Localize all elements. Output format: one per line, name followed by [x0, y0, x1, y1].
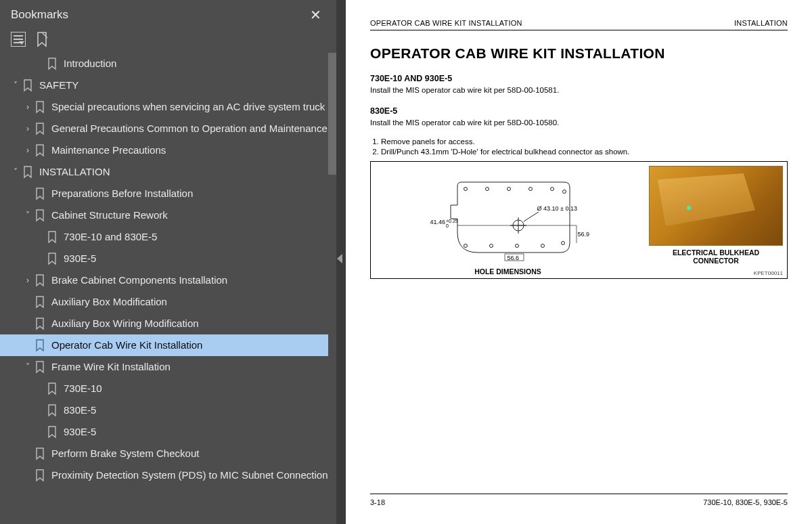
- bookmarks-title: Bookmarks: [11, 8, 68, 22]
- bookmark-icon: [34, 360, 46, 374]
- bookmark-label: Maintenance Precautions: [51, 144, 170, 157]
- bookmark-icon: [34, 339, 46, 352]
- bookmark-icon: [46, 230, 58, 244]
- bookmark-icon: [46, 57, 58, 70]
- section-text: Install the MIS operator cab wire kit pe…: [370, 86, 788, 94]
- bookmark-item[interactable]: ·930E-5: [0, 421, 336, 443]
- scrollbar[interactable]: [328, 53, 336, 524]
- header-left: OPERATOR CAB WIRE KIT INSTALLATION: [370, 19, 522, 27]
- bookmark-item[interactable]: ›Special precautions when servicing an A…: [0, 96, 336, 118]
- bookmark-item[interactable]: ·730E-10: [0, 378, 336, 399]
- bookmark-label: 730E-10: [64, 383, 106, 395]
- step-item: Drill/Punch 43.1mm 'D-Hole' for electric…: [381, 148, 788, 156]
- svg-point-4: [528, 187, 532, 190]
- bookmark-icon: [34, 468, 46, 482]
- bookmark-item[interactable]: ·Auxiliary Box Wiring Modification: [0, 313, 336, 334]
- bookmark-item[interactable]: ˅Cabinet Structure Rework: [0, 204, 336, 226]
- bookmark-icon: [46, 382, 58, 395]
- bookmark-icon: [46, 252, 58, 265]
- svg-point-3: [507, 187, 510, 190]
- section-text: Install the MIS operator cab wire kit pe…: [370, 118, 788, 127]
- bookmark-label: 730E-10 and 830E-5: [64, 231, 161, 244]
- bookmark-item[interactable]: ·Auxiliary Box Modification: [0, 291, 336, 313]
- svg-point-7: [464, 244, 467, 247]
- bookmark-icon: [34, 209, 46, 222]
- bookmarks-toolbar: [0, 28, 336, 53]
- bookmark-item[interactable]: ›Maintenance Precautions: [0, 139, 336, 161]
- bookmark-label: Operator Cab Wire Kit Installation: [51, 339, 206, 352]
- bookmark-label: Auxiliary Box Modification: [51, 296, 171, 309]
- bookmark-label: Perform Brake System Checkout: [51, 447, 203, 460]
- bookmark-label: Introduction: [64, 58, 120, 70]
- bookmark-item[interactable]: ˅Frame Wire Kit Installation: [0, 356, 336, 378]
- close-icon[interactable]: ✕: [306, 7, 325, 23]
- dimension-bottom: 56.6: [508, 255, 520, 261]
- bookmark-icon: [34, 295, 46, 309]
- chevron-right-icon[interactable]: ›: [22, 276, 34, 285]
- dimension-left: 41.46+0.250: [430, 219, 458, 228]
- bookmark-item[interactable]: ·Preparations Before Installation: [0, 183, 336, 204]
- figure-caption: HOLE DIMENSIONS: [371, 267, 645, 276]
- bookmark-icon: [46, 403, 58, 417]
- bookmark-icon: [34, 187, 46, 200]
- chevron-right-icon[interactable]: ›: [22, 102, 34, 112]
- bookmark-item[interactable]: ·730E-10 and 830E-5: [0, 226, 336, 248]
- figure-right-panel: ELECTRICAL BULKHEADCONNECTOR: [645, 162, 787, 278]
- bookmark-item[interactable]: ·930E-5: [0, 248, 336, 269]
- page-running-header: OPERATOR CAB WIRE KIT INSTALLATION INSTA…: [370, 19, 788, 30]
- bookmark-icon: [34, 122, 46, 135]
- bookmark-label: INSTALLATION: [39, 166, 114, 179]
- svg-point-9: [515, 244, 518, 247]
- bookmark-item[interactable]: ·Perform Brake System Checkout: [0, 443, 336, 464]
- bookmark-icon: [46, 425, 58, 439]
- svg-point-1: [464, 187, 467, 190]
- step-item: Remove panels for access.: [381, 137, 788, 146]
- header-right: INSTALLATION: [734, 19, 788, 27]
- bookmark-icon: [34, 144, 46, 157]
- page-number: 3-18: [370, 498, 385, 506]
- bookmark-item[interactable]: ˅INSTALLATION: [0, 161, 336, 183]
- bookmark-item[interactable]: ›Brake Cabinet Components Installation: [0, 269, 336, 291]
- scrollbar-thumb[interactable]: [328, 53, 336, 175]
- svg-line-0: [42, 32, 47, 38]
- page-footer: 3-18 730E-10, 830E-5, 930E-5: [370, 494, 788, 506]
- pdf-page: OPERATOR CAB WIRE KIT INSTALLATION INSTA…: [346, 0, 812, 524]
- bookmark-item[interactable]: ·830E-5: [0, 399, 336, 421]
- bookmark-label: Brake Cabinet Components Installation: [51, 274, 231, 287]
- figure-caption: ELECTRICAL BULKHEADCONNECTOR: [673, 248, 759, 265]
- bookmark-label: SAFETY: [39, 79, 83, 92]
- bookmark-item[interactable]: ˅SAFETY: [0, 74, 336, 96]
- chevron-down-icon[interactable]: ˅: [22, 362, 34, 372]
- chevron-down-icon[interactable]: ˅: [9, 167, 22, 177]
- document-viewport[interactable]: OPERATOR CAB WIRE KIT INSTALLATION INSTA…: [346, 0, 812, 524]
- bookmark-item[interactable]: ·Operator Cab Wire Kit Installation: [0, 334, 336, 356]
- bookmark-label: Auxiliary Box Wiring Modification: [51, 318, 203, 330]
- bookmark-item[interactable]: ·Introduction: [0, 53, 336, 74]
- options-icon[interactable]: [11, 32, 26, 47]
- bookmark-icon: [34, 317, 46, 330]
- dimension-right: 56.9: [578, 231, 590, 238]
- bookmark-tree[interactable]: ·Introduction˅SAFETY›Special precautions…: [0, 53, 336, 524]
- bookmark-label: Proximity Detection System (PDS) to MIC …: [51, 469, 332, 482]
- svg-point-11: [561, 241, 564, 244]
- bookmark-ribbon-icon[interactable]: [35, 31, 49, 47]
- collapse-handle-icon[interactable]: [337, 254, 342, 263]
- page-title: OPERATOR CAB WIRE KIT INSTALLATION: [370, 45, 788, 62]
- chevron-down-icon[interactable]: ˅: [22, 211, 34, 220]
- figure: Ø 43.10 ± 0.13 41.46+0.250 56.9 56.6 HOL…: [370, 161, 788, 279]
- hole-dimension-drawing: Ø 43.10 ± 0.13 41.46+0.250 56.9 56.6: [437, 178, 579, 263]
- bookmark-label: 930E-5: [64, 253, 100, 265]
- bulkhead-connector-render: [649, 166, 783, 246]
- panel-divider[interactable]: [336, 0, 346, 524]
- chevron-right-icon[interactable]: ›: [22, 124, 34, 133]
- bookmarks-panel: Bookmarks ✕ ·Introduction˅SAFETY›Special…: [0, 0, 336, 524]
- svg-point-8: [489, 244, 493, 247]
- chevron-right-icon[interactable]: ›: [22, 146, 34, 155]
- figure-left-panel: Ø 43.10 ± 0.13 41.46+0.250 56.9 56.6 HOL…: [371, 162, 645, 278]
- bookmark-label: Cabinet Structure Rework: [51, 209, 172, 222]
- svg-point-10: [541, 244, 544, 247]
- bookmark-item[interactable]: ›General Precautions Common to Operation…: [0, 118, 336, 139]
- chevron-down-icon[interactable]: ˅: [9, 81, 22, 90]
- section-heading: 830E-5: [370, 106, 788, 116]
- bookmark-item[interactable]: ·Proximity Detection System (PDS) to MIC…: [0, 464, 336, 486]
